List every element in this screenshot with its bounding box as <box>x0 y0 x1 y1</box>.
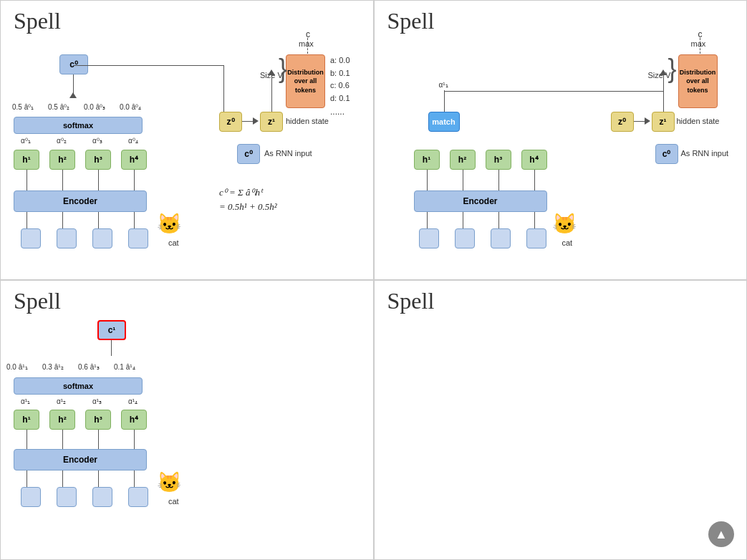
h2-tr: h² <box>450 150 476 170</box>
encoder-tr: Encoder <box>414 190 547 212</box>
wt3-bl: 0.6 â¹₃ <box>78 363 100 371</box>
al1-bl: α¹₁ <box>21 397 30 405</box>
cat-label-tr: cat <box>562 238 573 247</box>
z1-tr: z¹ <box>652 112 675 132</box>
title-tr: Spell <box>387 8 435 34</box>
dots: ...... <box>330 107 344 117</box>
input-1 <box>21 228 41 248</box>
hidden-tr: hidden state <box>677 117 720 125</box>
z0-tr: z⁰ <box>611 112 634 132</box>
c-label-tl: c <box>306 29 310 39</box>
title-br: Spell <box>387 288 435 314</box>
weight-2: 0.5 â⁰₂ <box>48 103 69 111</box>
encoder-bl: Encoder <box>14 449 147 470</box>
scroll-up-icon: ▲ <box>715 527 728 542</box>
input-4 <box>128 228 148 248</box>
softmax-bl: softmax <box>14 377 143 395</box>
input-2 <box>57 228 77 248</box>
h4-tr: h⁴ <box>521 150 547 170</box>
formula2-tl: = 0.5h¹ + 0.5h² <box>219 201 277 213</box>
dist-values: a: 0.0b: 0.1c: 0.6d: 0.1 <box>330 54 350 105</box>
main-grid: Spell c⁰ 0.5 â⁰₁ 0.5 â⁰₂ 0.0 â⁰₃ 0.0 â⁰₄… <box>0 0 747 560</box>
in2-bl <box>57 487 77 507</box>
z0-box: z⁰ <box>219 112 242 132</box>
rnn-tr: As RNN input <box>681 149 729 158</box>
dist-box: Distributionover all tokens <box>286 54 325 108</box>
cat-tr: 🐱 <box>552 212 577 236</box>
wt1-bl: 0.0 â¹₁ <box>6 363 28 371</box>
cell-bottom-left: Spell c¹ 0.0 â¹₁ 0.3 â¹₂ 0.6 â¹₃ 0.1 â¹₄… <box>0 280 374 560</box>
h4-box: h⁴ <box>121 150 147 170</box>
h3-bl: h³ <box>85 410 111 430</box>
rnn-label: As RNN input <box>264 149 312 158</box>
cell-bottom-right: Spell Beam Search is usuallyused c a t <… <box>374 280 748 560</box>
al2-bl: α¹₂ <box>57 397 66 405</box>
c1-box-bl: c¹ <box>97 320 126 340</box>
in4-bl <box>128 487 148 507</box>
softmax-box: softmax <box>14 117 143 134</box>
z1-box: z¹ <box>260 112 283 132</box>
cat-image: 🐱 <box>157 212 182 236</box>
c0-rnn-box: c⁰ <box>237 144 260 164</box>
in4-tr <box>526 228 546 248</box>
cell-top-left: Spell c⁰ 0.5 â⁰₁ 0.5 â⁰₂ 0.0 â⁰₃ 0.0 â⁰₄… <box>0 0 374 280</box>
alpha-3: α⁰₃ <box>92 137 102 145</box>
weight-1: 0.5 â⁰₁ <box>12 103 34 111</box>
weight-3: 0.0 â⁰₃ <box>84 103 105 111</box>
alpha-1: α⁰₁ <box>21 137 31 145</box>
title-tl: Spell <box>14 8 61 34</box>
h2-box: h² <box>49 150 75 170</box>
c0-box: c⁰ <box>59 54 88 74</box>
in3-bl <box>92 487 112 507</box>
scroll-up-button[interactable]: ▲ <box>708 521 734 547</box>
in2-tr <box>455 228 475 248</box>
h1-box: h¹ <box>14 150 39 170</box>
cat-bl: 🐱 <box>157 470 182 494</box>
weight-4: 0.0 â⁰₄ <box>120 103 141 111</box>
alpha1-tr: α¹₁ <box>439 81 448 89</box>
alpha-2: α⁰₂ <box>57 137 67 145</box>
in1-tr <box>419 228 439 248</box>
h1-bl: h¹ <box>14 410 39 430</box>
c-tr: c <box>698 29 703 39</box>
c0-tr: c⁰ <box>655 144 678 164</box>
encoder-box: Encoder <box>14 190 147 212</box>
max-label-tl: max <box>299 39 314 48</box>
al4-bl: α¹₄ <box>128 397 138 405</box>
alpha-4: α⁰₄ <box>128 137 138 145</box>
max-tr: max <box>691 39 706 48</box>
cell-top-right: Spell α¹₁ match h¹ h² h³ h⁴ Encoder 🐱 ca… <box>374 0 748 280</box>
h2-bl: h² <box>49 410 75 430</box>
in3-tr <box>491 228 511 248</box>
dist-tr: Distributionover all tokens <box>678 54 718 108</box>
wt4-bl: 0.1 â¹₄ <box>114 363 135 371</box>
in1-bl <box>21 487 41 507</box>
cat-label: cat <box>168 238 179 247</box>
h1-tr: h¹ <box>414 150 440 170</box>
hidden-label: hidden state <box>286 117 329 125</box>
al3-bl: α¹₃ <box>92 397 102 405</box>
h4-bl: h⁴ <box>121 410 147 430</box>
input-3 <box>92 228 112 248</box>
match-box: match <box>428 112 460 132</box>
h3-tr: h³ <box>486 150 511 170</box>
h3-box: h³ <box>85 150 111 170</box>
formula1-tl: c⁰ = Σ â⁰ᵢhᵗ <box>219 187 263 198</box>
title-bl: Spell <box>14 288 61 314</box>
cat-lbl-bl: cat <box>168 497 179 506</box>
wt2-bl: 0.3 â¹₂ <box>42 363 64 371</box>
